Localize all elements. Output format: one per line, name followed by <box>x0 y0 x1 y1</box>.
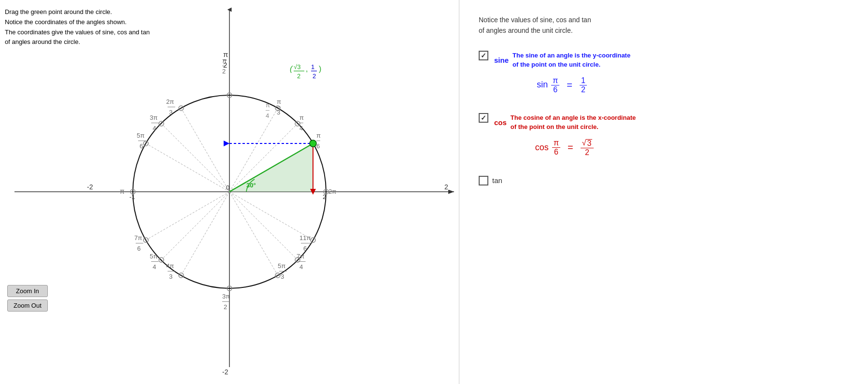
svg-text:,: , <box>306 65 308 73</box>
svg-text:3: 3 <box>169 109 172 116</box>
svg-line-20 <box>229 192 278 275</box>
svg-text:4: 4 <box>153 125 156 132</box>
svg-text:-2: -2 <box>222 368 228 376</box>
svg-text:0: 0 <box>226 184 229 191</box>
right-intro-line1: Notice the values of sine, cos and tan <box>479 14 849 25</box>
svg-text:2: 2 <box>223 61 227 69</box>
svg-text:3: 3 <box>169 273 172 280</box>
sine-checkbox[interactable] <box>479 51 488 60</box>
zoom-out-button[interactable]: Zoom Out <box>7 299 48 312</box>
unit-circle-canvas[interactable]: 2 -2 -2 0 2 -1 <box>0 0 459 384</box>
cos-formula: cos π6 = √32 <box>494 137 636 159</box>
svg-text:2: 2 <box>444 183 448 191</box>
svg-line-19 <box>181 192 229 275</box>
svg-text:30°: 30° <box>246 182 256 189</box>
svg-text:4: 4 <box>299 263 303 270</box>
svg-text:2: 2 <box>297 72 300 80</box>
svg-text:(: ( <box>290 65 293 73</box>
svg-text:2: 2 <box>224 303 227 311</box>
zoom-controls: Zoom In Zoom Out <box>7 285 48 312</box>
right-panel: Notice the values of sine, cos and tan o… <box>459 0 868 384</box>
tan-label: tan <box>492 176 502 185</box>
svg-text:√3: √3 <box>294 63 300 71</box>
left-panel: Drag the green point around the circle. … <box>0 0 459 384</box>
svg-point-91 <box>310 140 316 147</box>
cos-desc: The cosine of an angle is the x-coordina… <box>511 113 636 132</box>
sine-desc: The sine of an angle is the y-coordinate… <box>512 51 630 70</box>
svg-text:-2: -2 <box>87 183 93 191</box>
cos-label: cos <box>494 118 507 127</box>
cos-checkbox[interactable] <box>479 113 488 123</box>
svg-text:4: 4 <box>299 125 303 132</box>
tan-checkbox[interactable] <box>479 176 488 185</box>
svg-text:1: 1 <box>311 63 314 71</box>
svg-text:6: 6 <box>316 142 320 150</box>
svg-text:2π: 2π <box>328 188 336 195</box>
svg-line-17 <box>146 192 229 240</box>
svg-text:4: 4 <box>153 263 156 270</box>
svg-line-22 <box>229 192 313 240</box>
svg-text:): ) <box>319 65 321 73</box>
svg-text:6: 6 <box>140 142 143 150</box>
svg-text:3: 3 <box>281 273 284 280</box>
svg-text:4: 4 <box>266 112 269 119</box>
svg-text:2: 2 <box>313 72 316 80</box>
svg-line-18 <box>161 192 229 260</box>
svg-text:6: 6 <box>303 245 307 252</box>
svg-text:3: 3 <box>277 109 280 116</box>
sine-label: sine <box>494 56 509 64</box>
right-intro-line2: of angles around the unit circle. <box>479 25 849 36</box>
tan-section: tan <box>479 176 849 185</box>
right-intro: Notice the values of sine, cos and tan o… <box>479 14 849 36</box>
svg-line-14 <box>181 108 229 192</box>
svg-line-15 <box>161 124 229 192</box>
svg-text:6: 6 <box>137 245 141 252</box>
svg-line-21 <box>229 192 298 260</box>
sine-formula: sin π6 = 12 <box>494 74 630 96</box>
svg-line-16 <box>146 143 229 192</box>
svg-text:π: π <box>120 187 125 195</box>
zoom-in-button[interactable]: Zoom In <box>7 285 48 297</box>
